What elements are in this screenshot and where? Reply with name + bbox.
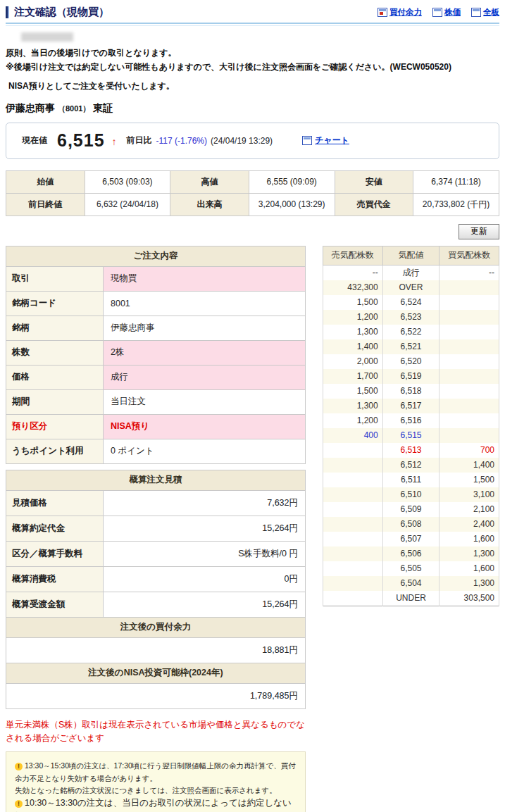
book-row: 6,5121,400 <box>323 458 499 473</box>
book-row: 6,5061,300 <box>323 546 499 561</box>
footer-note: !10:30～13:30の注文は、当日のお取引の状況によっては約定しない場合があ… <box>15 797 297 812</box>
estimate-section-value: 1,789,485円 <box>6 683 306 708</box>
book-price: 6,521 <box>382 339 439 354</box>
estimate-row: 区分／概算手数料S株手数料/0 円 <box>6 541 306 566</box>
window-red-icon <box>378 8 387 17</box>
book-price: 成行 <box>382 265 439 280</box>
book-row: 6,5071,600 <box>323 532 499 546</box>
book-buy-qty: 2,100 <box>439 502 499 517</box>
estimate-section-title: 注文後の買付余力 <box>6 617 306 637</box>
book-price: 6,524 <box>382 295 439 310</box>
book-price: 6,522 <box>382 325 439 339</box>
book-row: 6,5082,400 <box>323 517 499 532</box>
order-detail-value: 0 ポイント <box>104 439 306 463</box>
refresh-row: 更新 <box>323 224 499 239</box>
header-link-label: 買付余力 <box>389 7 422 18</box>
book-row: 6,5051,600 <box>323 561 499 576</box>
book-price: 6,507 <box>382 532 439 546</box>
book-price: 6,504 <box>382 576 439 591</box>
book-sell-qty <box>323 532 383 546</box>
book-price: 6,523 <box>382 310 439 325</box>
book-buy-qty: 1,600 <box>439 561 499 576</box>
order-detail-row: 預り区分NISA預り <box>6 414 306 439</box>
book-sell-qty <box>323 561 383 576</box>
chart-window-icon <box>302 136 312 145</box>
book-buy-qty <box>439 428 499 443</box>
chart-link[interactable]: チャート <box>315 135 349 146</box>
window-icon <box>432 8 442 17</box>
title-accent-bar <box>6 6 9 18</box>
header-link-stock-price[interactable]: 株価 <box>432 7 461 18</box>
book-price: UNDER <box>382 591 439 606</box>
current-price-label: 現在値 <box>22 135 47 146</box>
book-header-cell: 売気配株数 <box>323 246 383 265</box>
book-price: 6,508 <box>382 517 439 532</box>
header-link-buying-power[interactable]: 買付余力 <box>378 7 422 18</box>
book-buy-qty <box>439 399 499 413</box>
chart-link-wrap: チャート <box>302 135 349 146</box>
book-sell-qty: 1,500 <box>323 295 383 310</box>
estimate-value: 7,632円 <box>104 490 306 516</box>
book-buy-qty: 1,300 <box>439 576 499 591</box>
stock-market: 東証 <box>93 102 113 113</box>
order-detail-row: 株数2株 <box>6 340 306 365</box>
order-detail-row: 銘柄伊藤忠商事 <box>6 316 306 340</box>
estimate-label: 概算約定代金 <box>6 516 104 541</box>
book-sell-qty: 1,300 <box>323 325 383 339</box>
refresh-button[interactable]: 更新 <box>459 224 499 239</box>
summary-header-cell: 安値 <box>335 170 413 193</box>
redacted-user-info <box>21 32 73 42</box>
book-price: 6,515 <box>382 428 439 443</box>
order-details-title: ご注文内容 <box>6 246 306 266</box>
book-row: UNDER303,500 <box>323 591 499 606</box>
book-row: 6,5092,100 <box>323 502 499 517</box>
estimate-row: 概算約定代金15,264円 <box>6 516 306 541</box>
book-sell-qty: 432,300 <box>323 280 383 295</box>
book-buy-qty: 2,400 <box>439 517 499 532</box>
summary-header-cell: 高値 <box>170 170 249 193</box>
book-sell-qty <box>323 576 383 591</box>
change-label: 前日比 <box>127 135 152 146</box>
book-row: 1,4006,521 <box>323 339 499 354</box>
book-sell-qty: -- <box>323 265 383 280</box>
estimate-section-title: 注文後のNISA投資可能枠(2024年) <box>6 663 306 683</box>
order-detail-value: 当日注文 <box>104 389 306 414</box>
estimate-row: 見積価格7,632円 <box>6 490 306 516</box>
book-buy-qty <box>439 413 499 428</box>
estimate-row: 概算消費税0円 <box>6 566 306 592</box>
quote-panel: 現在値 6,515 ↑ 前日比 -117 (-1.76%) (24/04/19 … <box>6 123 499 159</box>
summary-header-cell: 出来高 <box>170 193 249 216</box>
book-sell-qty: 1,300 <box>323 399 383 413</box>
order-book-header-row: 売気配株数気配値買気配株数 <box>323 246 499 265</box>
summary-row: 前日終値6,632 (24/04/18)出来高3,204,000 (13:29)… <box>6 193 499 216</box>
book-buy-qty: 1,500 <box>439 473 499 487</box>
summary-value-cell: 6,555 (09:09) <box>249 170 335 193</box>
order-detail-row: 取引現物買 <box>6 266 306 291</box>
order-detail-label: 期間 <box>6 389 104 414</box>
book-sell-qty <box>323 458 383 473</box>
estimate-value: 15,264円 <box>104 592 306 617</box>
notice-line-2: ※後場引け注文では約定しない可能性もありますので、大引け後に注文照会画面をご確認… <box>6 61 499 74</box>
book-header-cell: 気配値 <box>382 246 439 265</box>
book-buy-qty: 700 <box>439 443 499 458</box>
estimate-label: 概算受渡金額 <box>6 592 104 617</box>
order-detail-label: 価格 <box>6 365 104 389</box>
book-buy-qty <box>439 295 499 310</box>
book-sell-qty <box>323 591 383 606</box>
order-detail-value: 2株 <box>104 340 306 365</box>
order-detail-row: 価格成行 <box>6 365 306 389</box>
order-detail-label: 預り区分 <box>6 414 104 439</box>
footer-note: !13:30～15:30頃の注文は、17:30頃に行う翌日制限値幅上限の余力再計… <box>15 760 297 785</box>
summary-header-cell: 始値 <box>6 170 85 193</box>
order-confirm-page: 注文確認（現物買） 買付余力株価全板 原則、当日の後場引けでの取引となります。 … <box>0 0 505 812</box>
book-buy-qty <box>439 325 499 339</box>
book-row: 1,5006,524 <box>323 295 499 310</box>
header-link-full-board[interactable]: 全板 <box>471 7 499 18</box>
book-row: 6,5111,500 <box>323 473 499 487</box>
book-sell-qty <box>323 502 383 517</box>
estimate-label: 区分／概算手数料 <box>6 541 104 566</box>
estimate-label: 概算消費税 <box>6 566 104 592</box>
estimate-value: S株手数料/0 円 <box>104 541 306 566</box>
header-link-label: 全板 <box>483 7 499 18</box>
book-buy-qty <box>439 369 499 384</box>
